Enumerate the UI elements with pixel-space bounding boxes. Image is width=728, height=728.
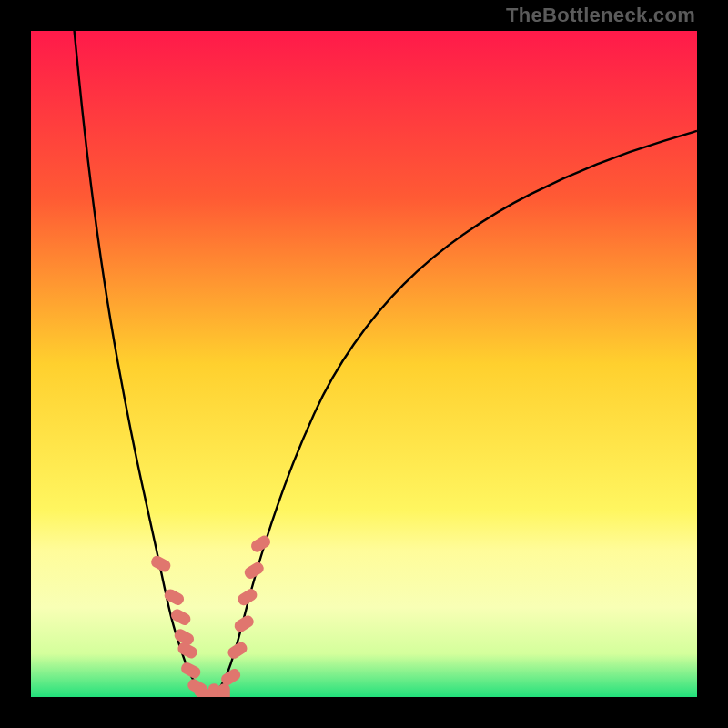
chart-svg bbox=[31, 31, 697, 697]
gradient-background bbox=[31, 31, 697, 697]
chart-frame: TheBottleneck.com bbox=[0, 0, 728, 728]
plot-area bbox=[31, 31, 697, 697]
marker-point bbox=[218, 683, 230, 697]
watermark-text: TheBottleneck.com bbox=[506, 4, 695, 27]
